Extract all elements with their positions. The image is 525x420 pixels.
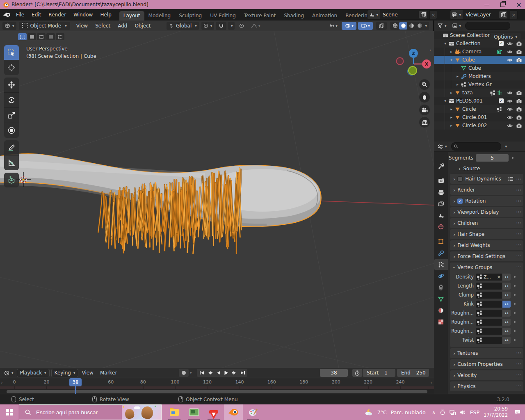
disable-render-toggle[interactable] [516, 107, 522, 112]
animate-dot[interactable] [514, 276, 516, 278]
segments-value-field[interactable]: 5 [476, 154, 509, 162]
expander-arrow[interactable]: ▸ [449, 115, 454, 119]
gizmo-y-ball[interactable] [409, 66, 417, 75]
panel-hair-dynamics[interactable]: ›Hair Dynamics∷∷ [450, 174, 523, 184]
taskbar-app-photos[interactable] [185, 404, 203, 420]
properties-tab-constraints[interactable] [434, 282, 448, 293]
invert-vgroup-button[interactable]: ↔ [502, 301, 511, 308]
vgroup-field[interactable] [476, 319, 502, 326]
pivot-dropdown[interactable]: ▾ [201, 22, 215, 30]
timeline-expand-arrow[interactable]: › [1, 380, 2, 385]
minimize-button[interactable]: — [484, 2, 490, 8]
hide-viewport-toggle[interactable] [507, 91, 513, 95]
tool-scale[interactable] [4, 108, 19, 123]
outliner-row-cube[interactable]: Cube [434, 64, 525, 72]
panel-custom-properties[interactable]: ›Custom Properties∷∷ [450, 359, 523, 369]
zoom-button[interactable] [419, 79, 430, 90]
panel-force-field-settings[interactable]: ›Force Field Settings∷∷ [450, 251, 523, 261]
properties-tab-view-layer[interactable] [434, 199, 448, 209]
timeline-menu-marker[interactable]: Marker [97, 370, 120, 376]
checkbox-icon[interactable]: ✓ [499, 98, 504, 103]
tool-move[interactable] [4, 78, 19, 93]
expander-arrow[interactable]: ▸ [449, 123, 454, 128]
current-frame-field[interactable]: 38 [320, 369, 348, 377]
pan-hand-button[interactable] [419, 92, 430, 103]
select-mode-intersect[interactable] [56, 33, 64, 40]
invert-vgroup-button[interactable]: ↔ [502, 274, 511, 281]
workspace-tab-animation[interactable]: Animation [308, 11, 341, 21]
render-preview-button[interactable] [376, 22, 387, 30]
viewport-3d[interactable]: User Perspective (38) Scene Collection |… [0, 31, 434, 368]
network-tray-icon[interactable] [450, 410, 456, 415]
properties-tab-object-data[interactable] [434, 294, 448, 304]
taskbar-app-blender[interactable] [224, 404, 243, 420]
eye-icon[interactable] [507, 41, 513, 46]
hide-viewport-toggle[interactable] [507, 123, 513, 128]
prev-key-button[interactable] [206, 369, 214, 377]
disable-render-toggle[interactable] [516, 41, 522, 46]
jump-end-button[interactable] [239, 369, 247, 377]
properties-tab-particles[interactable] [434, 259, 448, 270]
camera-view-button[interactable] [419, 105, 430, 115]
properties-tab-render[interactable] [434, 175, 448, 186]
weather-icon[interactable] [364, 409, 373, 416]
animate-dot[interactable] [514, 294, 516, 296]
eye-icon[interactable] [507, 115, 513, 120]
list-icon[interactable] [508, 177, 514, 181]
timeline-menu-keying[interactable]: Keying▾ [51, 369, 79, 377]
next-key-button[interactable] [231, 369, 238, 377]
vgroup-field[interactable] [476, 328, 502, 335]
animate-dot[interactable] [514, 321, 516, 323]
orthographic-toggle-button[interactable] [419, 117, 430, 128]
alarm-tray-icon[interactable] [440, 409, 445, 415]
workspace-tab-modeling[interactable]: Modeling [144, 11, 175, 21]
vgroup-field[interactable] [476, 301, 502, 308]
render-camera-icon[interactable] [516, 91, 522, 95]
scene-copy-button[interactable] [419, 11, 427, 18]
blender-logo-icon[interactable] [3, 12, 11, 18]
expander-arrow[interactable]: ▸ [449, 91, 454, 95]
properties-tab-world[interactable] [434, 221, 448, 232]
use-preview-range-button[interactable] [352, 369, 362, 377]
vgroup-field[interactable] [476, 283, 502, 290]
viewlayer-remove-button[interactable]: × [510, 10, 518, 19]
xray-toggle[interactable]: ▾ [358, 22, 373, 30]
panel-textures[interactable]: ›Textures∷∷ [450, 348, 523, 358]
tool-rotate[interactable] [4, 93, 19, 108]
workspace-tab-texture-paint[interactable]: Texture Paint [240, 11, 280, 21]
taskbar-app-explorer[interactable] [165, 404, 184, 420]
proportional-falloff-dropdown[interactable]: ▾ [249, 22, 262, 30]
properties-search[interactable] [451, 142, 501, 151]
outliner-row-taza[interactable]: ▸taza [434, 89, 525, 97]
animate-dot[interactable] [514, 330, 516, 332]
render-camera-icon[interactable] [516, 115, 522, 120]
eye-icon[interactable] [507, 123, 513, 128]
gizmo-neg-x-ball[interactable] [397, 58, 404, 65]
weather-desc[interactable]: Parc. nublado [391, 409, 426, 415]
playhead[interactable]: 38 [69, 378, 82, 386]
menu-file[interactable]: File [12, 9, 28, 21]
checkbox-icon[interactable]: ✓ [499, 41, 504, 46]
viewlayer-browse-button[interactable]: ▾ [450, 10, 463, 20]
tool-cursor[interactable] [4, 60, 19, 75]
collection-checkbox[interactable]: ✓ [499, 41, 504, 46]
jump-start-button[interactable] [198, 369, 205, 377]
properties-tab-tool[interactable] [434, 161, 448, 171]
clock[interactable]: 20:59 17/7/2022 [484, 406, 508, 418]
tool-add-cube[interactable] [4, 173, 19, 187]
weather-temp[interactable]: 7°C [377, 409, 387, 415]
overlays-toggle[interactable]: ▾ [342, 22, 356, 30]
vertex-groups-panel-header[interactable]: › Vertex Groups ∷∷ [450, 262, 523, 272]
scrollbar-thumb[interactable] [7, 390, 427, 393]
render-camera-icon[interactable] [516, 50, 522, 54]
orientation-dropdown[interactable]: Global ▾ [167, 22, 199, 30]
outliner-row-circle-001[interactable]: ▸Circle.001 [434, 113, 525, 121]
properties-tab-physics[interactable] [434, 271, 448, 281]
proportional-edit-toggle[interactable] [236, 22, 247, 30]
invert-vgroup-button[interactable]: ↔ [502, 328, 511, 335]
workspace-tab-sculpting[interactable]: Sculpting [175, 11, 206, 21]
shading-material-button[interactable] [407, 22, 415, 30]
invert-vgroup-button[interactable]: ↔ [502, 337, 511, 344]
panel-field-weights[interactable]: ›Field Weights∷∷ [450, 240, 523, 250]
scene-unlink-button[interactable]: × [430, 10, 437, 19]
